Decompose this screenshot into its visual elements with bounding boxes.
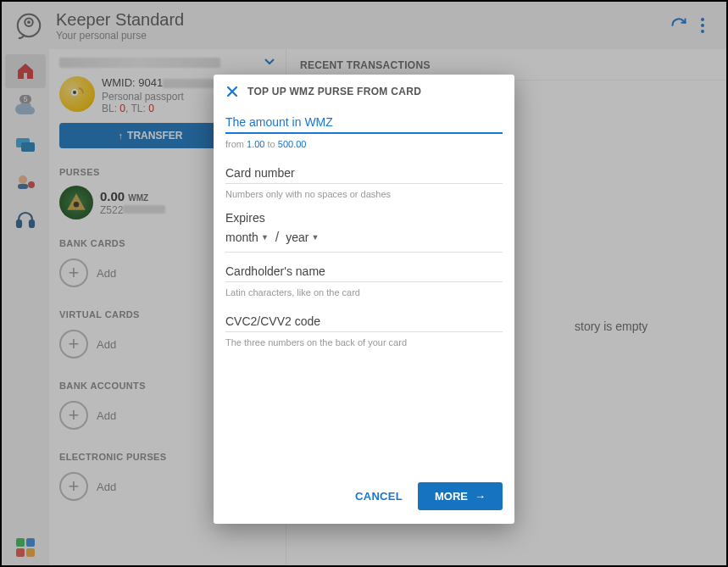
plus-icon: + bbox=[59, 258, 88, 287]
apps-launcher[interactable] bbox=[16, 538, 35, 557]
nav-home[interactable] bbox=[5, 54, 46, 88]
app-title: Keeper Standard bbox=[56, 10, 184, 30]
menu-dots-button[interactable] bbox=[691, 14, 714, 37]
nav-badge: 5 bbox=[19, 95, 31, 103]
plus-icon: + bbox=[59, 401, 88, 430]
cvv-label: CVC2/CVV2 code bbox=[225, 314, 503, 328]
expiry-month-select[interactable]: month ▼ bbox=[225, 231, 269, 244]
svg-rect-12 bbox=[30, 220, 34, 227]
cardholder-hint: Latin characters, like on the card bbox=[225, 282, 503, 306]
amount-label: The amount in WMZ bbox=[225, 115, 503, 129]
wmid-line: WMID: 9041 bbox=[102, 76, 231, 89]
modal-title: TOP UP WMZ PURSE FROM CARD bbox=[247, 86, 421, 97]
amount-range-hint: from 1.00 to 500.00 bbox=[225, 134, 503, 158]
plus-icon: + bbox=[59, 330, 88, 359]
card-number-hint: Numbers only with no spaces or dashes bbox=[225, 184, 503, 208]
identity-header bbox=[49, 49, 286, 68]
amount-field[interactable]: The amount in WMZ bbox=[225, 107, 503, 134]
chevron-down-icon: ▼ bbox=[261, 233, 269, 242]
nav-chat[interactable] bbox=[5, 129, 46, 163]
cardholder-label: Cardholder's name bbox=[225, 264, 503, 278]
identity-expand[interactable] bbox=[264, 56, 275, 71]
svg-point-5 bbox=[701, 30, 704, 33]
bl-tl-line: BL: 0, TL: 0 bbox=[102, 103, 231, 114]
svg-rect-7 bbox=[21, 142, 35, 152]
profile-avatar bbox=[59, 76, 95, 112]
svg-point-2 bbox=[27, 20, 31, 24]
purse-emblem bbox=[59, 186, 93, 220]
modal-close-button[interactable] bbox=[225, 85, 239, 98]
nav-headset[interactable] bbox=[5, 203, 46, 237]
cardholder-field[interactable]: Cardholder's name bbox=[225, 253, 503, 282]
expires-label: Expires bbox=[225, 208, 503, 225]
svg-rect-9 bbox=[18, 184, 28, 189]
nav-cloud[interactable]: 5 bbox=[5, 92, 46, 125]
more-button[interactable]: MORE → bbox=[418, 482, 503, 510]
app-header: Keeper Standard Your personal purse bbox=[2, 2, 726, 49]
svg-rect-11 bbox=[17, 220, 21, 227]
card-number-field[interactable]: Card number bbox=[225, 158, 503, 184]
refresh-button[interactable] bbox=[667, 14, 691, 37]
svg-point-8 bbox=[19, 175, 27, 184]
svg-point-10 bbox=[28, 181, 35, 188]
expiry-year-select[interactable]: year ▼ bbox=[286, 231, 319, 244]
chevron-down-icon: ▼ bbox=[312, 233, 320, 242]
header-titles: Keeper Standard Your personal purse bbox=[56, 10, 184, 42]
cancel-button[interactable]: CANCEL bbox=[355, 490, 403, 503]
svg-point-3 bbox=[701, 18, 704, 21]
purse-amount-line: 0.00WMZ bbox=[100, 189, 165, 204]
cvv-field[interactable]: CVC2/CVV2 code bbox=[225, 306, 503, 332]
svg-point-4 bbox=[701, 24, 704, 27]
slash: / bbox=[275, 230, 279, 245]
card-number-label: Card number bbox=[225, 166, 503, 180]
nav-support[interactable] bbox=[5, 166, 46, 200]
svg-point-14 bbox=[73, 91, 76, 94]
redacted-name bbox=[59, 58, 220, 68]
app-logo bbox=[14, 10, 44, 41]
passport-label: Personal passport bbox=[102, 91, 231, 103]
svg-point-16 bbox=[74, 202, 80, 208]
more-button-label: MORE bbox=[435, 490, 468, 503]
plus-icon: + bbox=[59, 472, 88, 501]
cvv-hint: The three numbers on the back of your ca… bbox=[225, 332, 503, 356]
arrow-right-icon: → bbox=[475, 490, 486, 503]
nav-rail: 5 bbox=[2, 49, 49, 565]
topup-modal: TOP UP WMZ PURSE FROM CARD The amount in… bbox=[214, 75, 514, 524]
app-subtitle: Your personal purse bbox=[56, 30, 184, 42]
purse-account: Z522 bbox=[100, 204, 165, 216]
